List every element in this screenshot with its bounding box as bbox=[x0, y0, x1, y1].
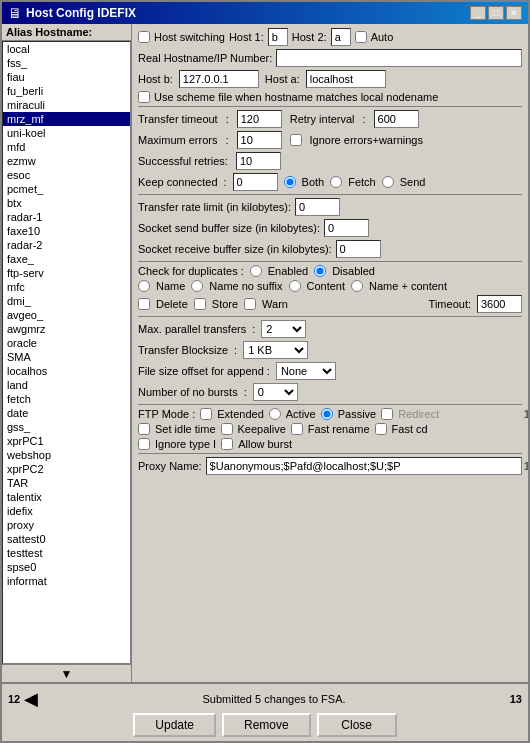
dup-name-content-radio[interactable] bbox=[351, 280, 363, 292]
sidebar-item-faxe[interactable]: faxe_ bbox=[3, 252, 130, 266]
transfer-rate-input[interactable] bbox=[295, 198, 340, 216]
host-ba-row: Host b: Host a: bbox=[138, 70, 522, 88]
host2-input[interactable] bbox=[331, 28, 351, 46]
timeout-input[interactable] bbox=[477, 295, 522, 313]
sidebar-item-localhos[interactable]: localhos bbox=[3, 364, 130, 378]
max-errors-input[interactable] bbox=[237, 131, 282, 149]
sidebar-item-local[interactable]: local bbox=[3, 42, 130, 56]
sidebar-item-pcmet[interactable]: pcmet_ bbox=[3, 182, 130, 196]
sidebar-item-date[interactable]: date bbox=[3, 406, 130, 420]
close-button-footer[interactable]: Close bbox=[317, 713, 397, 737]
sidebar-item-sattest0[interactable]: sattest0 bbox=[3, 532, 130, 546]
ignore-type-label: Ignore type I bbox=[155, 438, 216, 450]
max-parallel-select[interactable]: 2134 bbox=[261, 320, 306, 338]
fetch-radio[interactable] bbox=[330, 176, 342, 188]
sidebar-item-mrz_mf[interactable]: mrz_mf bbox=[3, 112, 130, 126]
sidebar-item-oracle[interactable]: oracle bbox=[3, 336, 130, 350]
keepalive-checkbox[interactable] bbox=[221, 423, 233, 435]
host1-input[interactable] bbox=[268, 28, 288, 46]
file-size-offset-select[interactable]: None bbox=[276, 362, 336, 380]
sidebar-item-avgeo[interactable]: avgeo_ bbox=[3, 308, 130, 322]
sidebar-item-xprpc1[interactable]: xprPC1 bbox=[3, 434, 130, 448]
host-b-input[interactable] bbox=[179, 70, 259, 88]
fast-cd-checkbox[interactable] bbox=[375, 423, 387, 435]
sidebar-item-esoc[interactable]: esoc bbox=[3, 168, 130, 182]
ignore-type-checkbox[interactable] bbox=[138, 438, 150, 450]
both-radio[interactable] bbox=[284, 176, 296, 188]
sidebar-item-mfd[interactable]: mfd bbox=[3, 140, 130, 154]
allow-burst-checkbox[interactable] bbox=[221, 438, 233, 450]
sidebar-item-btx[interactable]: btx bbox=[3, 196, 130, 210]
passive-radio[interactable] bbox=[321, 408, 333, 420]
keep-connected-input[interactable] bbox=[233, 173, 278, 191]
retry-interval-input[interactable] bbox=[374, 110, 419, 128]
window-controls: _ □ ✕ bbox=[470, 6, 522, 20]
sidebar-item-uni-koel[interactable]: uni-koel bbox=[3, 126, 130, 140]
sidebar-item-informat[interactable]: informat bbox=[3, 574, 130, 588]
sidebar-item-testtest[interactable]: testtest bbox=[3, 546, 130, 560]
extended-checkbox[interactable] bbox=[200, 408, 212, 420]
duplicates-disabled-radio[interactable] bbox=[314, 265, 326, 277]
dup-name-no-suffix-radio[interactable] bbox=[191, 280, 203, 292]
maximize-button[interactable]: □ bbox=[488, 6, 504, 20]
transfer-blocksize-select[interactable]: 1 KB2 KB4 KB bbox=[243, 341, 308, 359]
auto-checkbox[interactable] bbox=[355, 31, 367, 43]
sidebar-item-fu_berli[interactable]: fu_berli bbox=[3, 84, 130, 98]
sidebar-item-tar[interactable]: TAR bbox=[3, 476, 130, 490]
sidebar-item-proxy[interactable]: proxy bbox=[3, 518, 130, 532]
sidebar-item-fss[interactable]: fss_ bbox=[3, 56, 130, 70]
proxy-name-input[interactable] bbox=[206, 457, 522, 475]
sidebar-item-fetch[interactable]: fetch bbox=[3, 392, 130, 406]
fast-rename-checkbox[interactable] bbox=[291, 423, 303, 435]
sidebar-item-radar1[interactable]: radar-1 bbox=[3, 210, 130, 224]
ignore-errors-checkbox[interactable] bbox=[290, 134, 302, 146]
sidebar-item-radar2[interactable]: radar-2 bbox=[3, 238, 130, 252]
socket-recv-input[interactable] bbox=[336, 240, 381, 258]
send-radio[interactable] bbox=[382, 176, 394, 188]
sidebar-item-xprpc2[interactable]: xprPC2 bbox=[3, 462, 130, 476]
scroll-left-button[interactable]: ◀ bbox=[24, 688, 38, 710]
use-scheme-checkbox[interactable] bbox=[138, 91, 150, 103]
footer-top: 12 ◀ Submitted 5 changes to FSA. 13 bbox=[8, 688, 522, 710]
sidebar-item-mfc[interactable]: mfc bbox=[3, 280, 130, 294]
sidebar-item-sma[interactable]: SMA bbox=[3, 350, 130, 364]
set-idle-label: Set idle time bbox=[155, 423, 216, 435]
no-bursts-select[interactable]: 012 bbox=[253, 383, 298, 401]
sidebar-item-ftpserv[interactable]: ftp-serv bbox=[3, 266, 130, 280]
socket-send-input[interactable] bbox=[324, 219, 369, 237]
transfer-timeout-input[interactable] bbox=[237, 110, 282, 128]
sidebar-item-awgmrz[interactable]: awgmrz bbox=[3, 322, 130, 336]
warn-checkbox[interactable] bbox=[244, 298, 256, 310]
store-checkbox[interactable] bbox=[194, 298, 206, 310]
host-switching-checkbox[interactable] bbox=[138, 31, 150, 43]
sidebar-item-gss[interactable]: gss_ bbox=[3, 420, 130, 434]
sidebar-item-land[interactable]: land bbox=[3, 378, 130, 392]
redirect-checkbox[interactable] bbox=[381, 408, 393, 420]
minimize-button[interactable]: _ bbox=[470, 6, 486, 20]
num-12: 12 bbox=[8, 693, 20, 705]
close-button[interactable]: ✕ bbox=[506, 6, 522, 20]
sidebar-item-fiau[interactable]: fiau bbox=[3, 70, 130, 84]
sidebar-item-talentix[interactable]: talentix bbox=[3, 490, 130, 504]
set-idle-checkbox[interactable] bbox=[138, 423, 150, 435]
real-hostname-input[interactable] bbox=[276, 49, 522, 67]
sidebar-item-miraculi[interactable]: miraculi bbox=[3, 98, 130, 112]
host-a-input[interactable] bbox=[306, 70, 386, 88]
dup-content-radio[interactable] bbox=[289, 280, 301, 292]
successful-retries-input[interactable] bbox=[236, 152, 281, 170]
remove-button[interactable]: Remove bbox=[222, 713, 311, 737]
sidebar-item-spse0[interactable]: spse0 bbox=[3, 560, 130, 574]
update-button[interactable]: Update bbox=[133, 713, 216, 737]
dup-name-radio[interactable] bbox=[138, 280, 150, 292]
sidebar-item-idefix[interactable]: idefix bbox=[3, 504, 130, 518]
sidebar-item-dmi[interactable]: dmi_ bbox=[3, 294, 130, 308]
sidebar-item-faxe10[interactable]: faxe10 bbox=[3, 224, 130, 238]
socket-send-label: Socket send buffer size (in kilobytes): bbox=[138, 222, 320, 234]
delete-checkbox[interactable] bbox=[138, 298, 150, 310]
sidebar-item-webshop[interactable]: webshop bbox=[3, 448, 130, 462]
sidebar-scroll-down[interactable]: ▼ bbox=[2, 664, 131, 682]
check-duplicates-label: Check for duplicates : bbox=[138, 265, 244, 277]
sidebar-item-ezmw[interactable]: ezmw bbox=[3, 154, 130, 168]
duplicates-enabled-radio[interactable] bbox=[250, 265, 262, 277]
active-radio[interactable] bbox=[269, 408, 281, 420]
